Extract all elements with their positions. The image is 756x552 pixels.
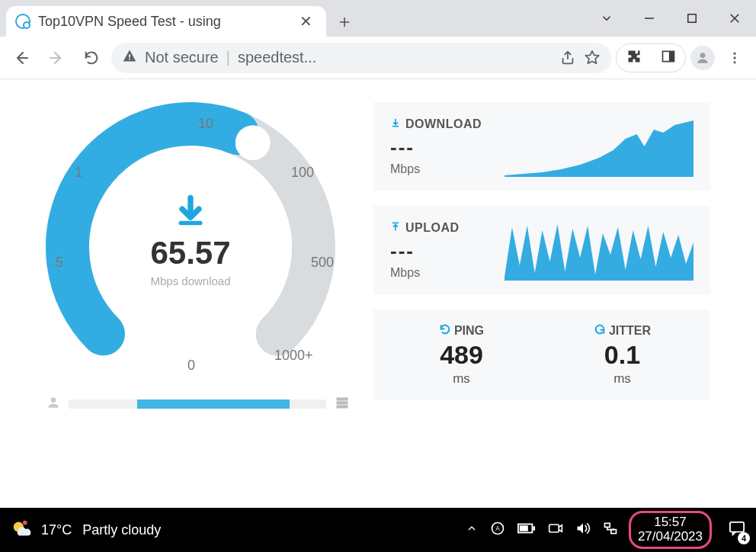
download-card: DOWNLOAD --- Mbps xyxy=(373,102,710,191)
page-content: 0 .5 1 10 100 500 1000+ 65.57 Mbps downl… xyxy=(0,79,756,413)
svg-point-8 xyxy=(733,61,735,63)
stats-panel: DOWNLOAD --- Mbps UPLOAD --- Mbps xyxy=(373,102,710,413)
arrow-left-icon xyxy=(12,49,30,67)
maximize-icon xyxy=(685,11,699,25)
svg-rect-2 xyxy=(129,59,130,60)
svg-point-15 xyxy=(51,397,56,403)
svg-point-14 xyxy=(237,127,269,159)
svg-point-6 xyxy=(733,52,735,54)
svg-point-5 xyxy=(700,53,706,58)
not-secure-warning-icon xyxy=(122,48,137,67)
browser-tab[interactable]: Top10VPN Speed Test - using ✕ xyxy=(6,6,326,37)
svg-rect-24 xyxy=(520,525,528,531)
weather-desc: Partly cloudy xyxy=(82,522,161,538)
svg-rect-17 xyxy=(337,401,348,404)
download-chart xyxy=(505,116,694,177)
tab-title: Top10VPN Speed Test - using xyxy=(38,14,295,30)
person-icon xyxy=(695,50,710,66)
browser-toolbar: Not secure | speedtest... xyxy=(0,37,756,79)
svg-point-20 xyxy=(23,520,27,525)
download-icon xyxy=(390,117,401,131)
close-icon xyxy=(728,11,742,25)
tray-volume-icon[interactable] xyxy=(575,522,591,539)
weather-widget[interactable]: 17°C Partly cloudy xyxy=(11,517,161,544)
jitter-value: 0.1 xyxy=(542,340,703,370)
gauge-value: 65.57 xyxy=(46,235,335,271)
window-close-button[interactable] xyxy=(713,0,756,37)
speed-gauge: 0 .5 1 10 100 500 1000+ 65.57 Mbps downl… xyxy=(46,102,335,392)
weather-temp: 17°C xyxy=(41,522,72,538)
svg-rect-0 xyxy=(688,14,697,23)
tray-overflow-button[interactable] xyxy=(466,522,478,538)
connection-bar xyxy=(46,395,351,413)
gauge-tick-100: 100 xyxy=(291,165,314,181)
gauge-tick-1000: 1000+ xyxy=(274,348,313,364)
tab-search-button[interactable] xyxy=(585,0,628,37)
server-icon xyxy=(334,395,351,413)
chevron-down-icon xyxy=(600,11,613,25)
jitter-title: JITTER xyxy=(609,324,651,338)
window-minimize-button[interactable] xyxy=(628,0,671,37)
kebab-icon xyxy=(727,50,742,66)
security-status-label: Not secure xyxy=(145,49,219,66)
ping-value: 489 xyxy=(381,340,542,370)
svg-rect-27 xyxy=(604,523,610,527)
bookmark-button[interactable] xyxy=(584,43,601,73)
client-icon xyxy=(46,395,61,413)
window-maximize-button[interactable] xyxy=(671,0,713,37)
forward-button[interactable] xyxy=(41,43,72,73)
chrome-menu-button[interactable] xyxy=(719,43,750,73)
ping-block: PING 489 ms xyxy=(381,323,542,387)
upload-unit: Mbps xyxy=(390,266,505,280)
new-tab-button[interactable]: ＋ xyxy=(326,6,363,37)
extensions-button[interactable] xyxy=(626,49,642,67)
upload-title: UPLOAD xyxy=(405,221,460,235)
svg-rect-1 xyxy=(129,54,130,57)
tray-camera-icon[interactable] xyxy=(548,522,563,538)
download-arrow-icon xyxy=(46,194,335,230)
ping-unit: ms xyxy=(381,371,542,387)
extensions-group xyxy=(616,43,686,72)
window-titlebar: Top10VPN Speed Test - using ✕ ＋ xyxy=(0,0,756,37)
windows-taskbar: 17°C Partly cloudy A 15:57 27/04/2023 4 xyxy=(0,508,756,552)
reload-icon xyxy=(83,50,100,66)
action-center-button[interactable]: 4 xyxy=(729,521,745,540)
weather-icon xyxy=(11,517,34,544)
site-favicon xyxy=(15,14,30,29)
download-title: DOWNLOAD xyxy=(405,117,482,131)
arrow-right-icon xyxy=(47,49,66,67)
gauge-tick-1: 1 xyxy=(75,165,82,181)
jitter-unit: ms xyxy=(542,371,703,387)
share-button[interactable] xyxy=(559,43,576,73)
url-text: speedtest... xyxy=(238,49,552,66)
gauge-label: Mbps download xyxy=(46,274,335,287)
svg-rect-18 xyxy=(337,405,348,408)
upload-value: --- xyxy=(390,239,505,263)
download-unit: Mbps xyxy=(390,162,505,176)
tray-battery-icon[interactable] xyxy=(517,522,536,538)
reload-button[interactable] xyxy=(76,43,107,73)
svg-rect-16 xyxy=(337,397,348,400)
ping-jitter-card: PING 489 ms JITTER 0.1 ms xyxy=(373,310,710,400)
upload-chart xyxy=(505,220,694,281)
star-icon xyxy=(584,50,601,66)
back-button[interactable] xyxy=(6,43,37,73)
omnibox-separator: | xyxy=(226,49,230,66)
tray-network-icon[interactable] xyxy=(603,522,618,539)
svg-text:A: A xyxy=(495,525,500,532)
tray-language-icon[interactable]: A xyxy=(490,521,505,540)
minimize-icon xyxy=(642,11,656,25)
svg-rect-4 xyxy=(668,51,674,61)
svg-rect-26 xyxy=(549,525,559,532)
ping-icon xyxy=(439,323,451,339)
puzzle-icon xyxy=(626,49,642,64)
taskbar-clock[interactable]: 15:57 27/04/2023 xyxy=(638,515,703,544)
profile-button[interactable] xyxy=(690,46,715,70)
jitter-icon xyxy=(594,323,606,339)
gauge-tick-10: 10 xyxy=(198,116,213,132)
address-bar[interactable]: Not secure | speedtest... xyxy=(111,43,611,73)
sidepanel-button[interactable] xyxy=(661,49,676,67)
share-icon xyxy=(559,50,576,66)
tab-close-icon[interactable]: ✕ xyxy=(295,12,317,30)
notification-badge: 4 xyxy=(738,532,750,544)
